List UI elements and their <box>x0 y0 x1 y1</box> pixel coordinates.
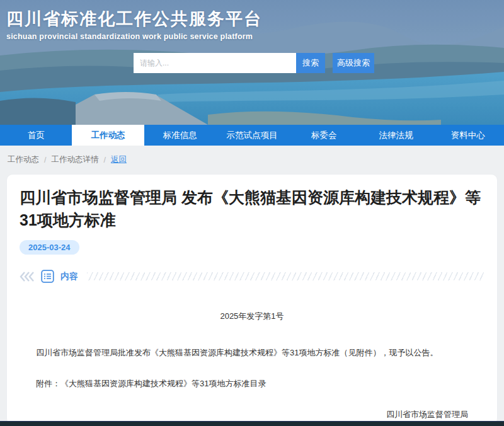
section-label: 内容 <box>60 271 78 282</box>
attachment-line: 附件：《大熊猫基因资源库构建技术规程》等31项地方标准目录 <box>20 378 484 389</box>
breadcrumb-separator: / <box>44 156 46 164</box>
site-branding: 四川省标准化工作公共服务平台 sichuan provincial standa… <box>6 8 262 41</box>
breadcrumb-item[interactable]: 工作动态详情 <box>51 154 98 165</box>
list-icon <box>41 270 54 283</box>
site-header: 四川省标准化工作公共服务平台 sichuan provincial standa… <box>0 0 504 125</box>
nav-item-resource-center[interactable]: 资料中心 <box>432 125 504 146</box>
article-card: 四川省市场监督管理局 发布《大熊猫基因资源库构建技术规程》等31项地方标准 20… <box>6 174 498 425</box>
divider-stripes <box>87 272 484 280</box>
page: 四川省标准化工作公共服务平台 sichuan provincial standa… <box>0 0 504 425</box>
breadcrumb: 工作动态 / 工作动态详情 / 返回 <box>0 146 504 174</box>
site-subtitle: sichuan provincial standardization work … <box>6 32 262 41</box>
advanced-search-button[interactable]: 高级搜索 <box>333 53 374 73</box>
nav-item-laws[interactable]: 法律法规 <box>360 125 432 146</box>
doc-number: 2025年发字第1号 <box>20 311 484 322</box>
footer-bar <box>0 421 504 426</box>
nav-item-standard-info[interactable]: 标准信息 <box>144 125 216 146</box>
nav-item-pilot-projects[interactable]: 示范试点项目 <box>216 125 288 146</box>
search-bar: 搜索 高级搜索 <box>134 53 374 73</box>
main-nav: 首页 工作动态 标准信息 示范试点项目 标委会 法律法规 资料中心 <box>0 125 504 146</box>
article-title: 四川省市场监督管理局 发布《大熊猫基因资源库构建技术规程》等31项地方标准 <box>20 186 484 231</box>
search-button[interactable]: 搜索 <box>296 53 325 73</box>
content-section-header: 内容 <box>20 270 484 283</box>
nav-item-home[interactable]: 首页 <box>0 125 72 146</box>
search-input[interactable] <box>134 53 296 73</box>
nav-item-standards-committee[interactable]: 标委会 <box>288 125 360 146</box>
back-link[interactable]: 返回 <box>111 154 127 165</box>
nav-item-work-dynamics[interactable]: 工作动态 <box>72 125 144 146</box>
article-paragraph: 四川省市场监督管理局批准发布《大熊猫基因资源库构建技术规程》等31项地方标准（见… <box>20 347 484 359</box>
breadcrumb-item[interactable]: 工作动态 <box>8 154 39 165</box>
article-date-badge: 2025-03-24 <box>20 240 79 255</box>
site-title: 四川省标准化工作公共服务平台 <box>6 8 262 30</box>
breadcrumb-separator: / <box>103 156 105 164</box>
chevrons-left-icon <box>20 272 36 282</box>
signature: 四川省市场监督管理局 <box>20 409 484 420</box>
